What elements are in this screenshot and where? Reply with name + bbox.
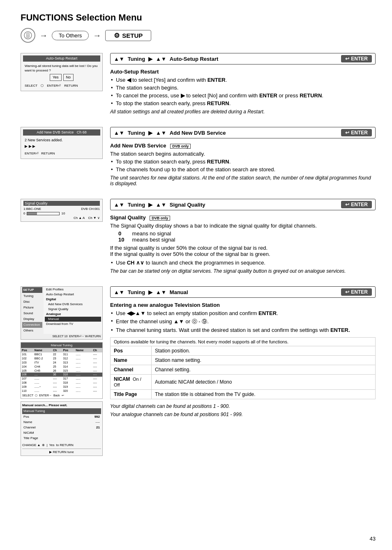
auto-setup-bullets: Use ◀ to select [Yes] and confirm with E… xyxy=(110,77,376,106)
remote-icon xyxy=(21,28,35,43)
signal-quality-tuning-bar: ▲▼ Tuning ▶ ▲▼ Signal Quality ↩ ENTER xyxy=(110,199,376,210)
setup-menu-screen: SETUP Tuning Disc Picture Sound Display … xyxy=(21,286,103,340)
table-row: 104CH425314......---- xyxy=(21,365,102,369)
signal-quality-heading: Signal Quality DVB only xyxy=(110,214,376,221)
add-dvb-line1: The station search begins automatically. xyxy=(110,151,376,157)
table-row: Title Page The station title is obtained… xyxy=(111,390,376,399)
auto-setup-tuning-bar: ▲▼ Tuning ▶ ▲▼ Auto-Setup Restart ↩ ENTE… xyxy=(110,53,376,64)
table-row: NICAM On / Off Automatic NICAM detection… xyxy=(111,375,376,390)
manual-section: SETUP Tuning Disc Picture Sound Display … xyxy=(21,286,376,456)
page-title: FUNCTIONS Selection Menu xyxy=(21,12,376,23)
nav-arrow-2: → xyxy=(93,31,101,40)
table-row-highlighted: 106....36316......---- xyxy=(21,373,102,377)
add-dvb-content: ▲▼ Tuning ▶ ▲▼ Add New DVB Service ↩ ENT… xyxy=(110,127,376,186)
no-button[interactable]: No xyxy=(63,74,74,81)
signal-screen-title: Signal Quality xyxy=(23,201,100,206)
table-row: 101BBC122311......---- xyxy=(21,352,102,357)
bullet-item: To stop the station search early, press … xyxy=(110,159,376,165)
bullet-item: To cancel the process, use ▶ to select [… xyxy=(110,92,376,99)
auto-setup-restart-section: Auto-Setup Restart Warning-all stored tu… xyxy=(21,53,376,115)
nav-to-others[interactable]: To Others xyxy=(52,31,89,40)
signal-description: The Signal Quality display shows a bar t… xyxy=(110,223,376,229)
bullet-item: Enter the channel using ▲▼ or ⓪ - ⑨. xyxy=(110,318,376,325)
table-row: Title Page xyxy=(22,435,101,441)
table-row: 105CH526315......---- xyxy=(21,369,102,373)
auto-setup-screen-body: Warning-all stored tuning data will be l… xyxy=(23,63,100,89)
enter-button-4[interactable]: ↩ ENTER xyxy=(341,288,372,296)
dvb-badge-2: DVB only xyxy=(150,216,170,221)
add-dvb-tuning-bar: ▲▼ Tuning ▶ ▲▼ Add New DVB Service ↩ ENT… xyxy=(110,127,376,138)
add-dvb-screen: Add New DVB Service Ch 68 2 New Services… xyxy=(21,127,103,159)
manual-content: ▲▼ Tuning ▶ ▲▼ Manual ↩ ENTER Entering a… xyxy=(110,286,376,417)
bullet-item: The station search begins. xyxy=(110,85,376,91)
table-row: 107......----317......---- xyxy=(21,377,102,381)
manual-footer: Your digital channels can be found at po… xyxy=(110,403,376,417)
manual-heading: Entering a new analogue Television Stati… xyxy=(110,302,376,308)
add-dvb-section: Add New DVB Service Ch 68 2 New Services… xyxy=(21,127,376,186)
svg-rect-5 xyxy=(28,37,29,37)
svg-rect-4 xyxy=(28,36,29,36)
table-row: NICAM xyxy=(22,430,101,435)
bullet-item: The channel tuning starts. Wait until th… xyxy=(110,327,376,333)
add-dvb-heading: Add New DVB Service DVB only xyxy=(110,143,376,149)
add-dvb-screen-title: Add New DVB Service Ch 68 xyxy=(23,129,100,136)
bullet-item: The channels found up to the abort of th… xyxy=(110,166,376,173)
table-row: Channel Channel setting. xyxy=(111,365,376,375)
signal-notes: If the signal quality is under 50% the c… xyxy=(110,245,376,257)
manual-tuning-bar: ▲▼ Tuning ▶ ▲▼ Manual ↩ ENTER xyxy=(110,286,376,298)
table-row: 110......----320......---- xyxy=(21,389,102,393)
add-dvb-bullets: To stop the station search early, press … xyxy=(110,159,376,173)
svg-point-2 xyxy=(28,34,28,35)
yes-button[interactable]: Yes xyxy=(50,74,62,81)
signal-bar: 0 10 xyxy=(23,212,100,215)
add-dvb-note: The unit searches for new digital statio… xyxy=(110,175,376,186)
table-row: 102BBC-223312......---- xyxy=(21,357,102,361)
signal-italic: The bar can be started only on digital s… xyxy=(110,268,376,274)
setup-icon: ⚙ xyxy=(114,32,120,39)
auto-setup-screen-title: Auto-Setup Restart xyxy=(23,55,100,62)
signal-quality-content: ▲▼ Tuning ▶ ▲▼ Signal Quality ↩ ENTER Si… xyxy=(110,199,376,274)
table-row: Pos Station position. xyxy=(111,346,376,356)
signal-scale-items: 0 means no signal 10 means best signal xyxy=(110,230,376,243)
bullet-item: Use ◀ to select [Yes] and confirm with E… xyxy=(110,77,376,83)
add-dvb-screen-body: 2 New Services added. ▶ ▶ ▶ ENTER⏎ RETUR… xyxy=(23,137,100,156)
bullet-item: To stop the station search early, press … xyxy=(110,100,376,106)
page-number: 43 xyxy=(370,536,376,542)
manual-options-table: Options available for tuning the channel… xyxy=(110,337,376,399)
auto-setup-note: All station settings and all created pro… xyxy=(110,109,376,115)
manual-tuning-screen: Manual Tuning PosNameCh PosNameCh 101BBC… xyxy=(21,342,103,399)
manual-bullets: Use ◀▶▲▼ to select an empty station posi… xyxy=(110,310,376,333)
svg-rect-3 xyxy=(28,35,29,35)
dvb-badge-1: DVB only xyxy=(170,144,191,149)
enter-button-3[interactable]: ↩ ENTER xyxy=(341,201,372,208)
bullet-item: Use ◀▶▲▼ to select an empty station posi… xyxy=(110,310,376,316)
auto-setup-restart-content: ▲▼ Tuning ▶ ▲▼ Auto-Setup Restart ↩ ENTE… xyxy=(110,53,376,115)
table-row: Channel 21 xyxy=(22,425,101,430)
enter-button-2[interactable]: ↩ ENTER xyxy=(341,129,372,136)
manual-search-screen: Manual search... Please wait. Manual Tun… xyxy=(21,401,103,456)
table-row: 109......~----319......---- xyxy=(21,385,102,389)
table-row: 103ITV24313......---- xyxy=(21,361,102,365)
signal-quality-screen: Signal Quality 1:BBC-ONE DVB CH:001 0 10… xyxy=(21,199,103,222)
signal-quality-section: Signal Quality 1:BBC-ONE DVB CH:001 0 10… xyxy=(21,199,376,274)
nav-setup: ⚙ SETUP xyxy=(105,30,151,41)
nav-row: → To Others → ⚙ SETUP xyxy=(21,28,376,43)
signal-bullet: Use CH ∧∨ to launch and check the progra… xyxy=(110,260,376,266)
table-row: 108......----318......---- xyxy=(21,381,102,385)
auto-setup-screen: Auto-Setup Restart Warning-all stored tu… xyxy=(21,53,103,91)
enter-button-1[interactable]: ↩ ENTER xyxy=(341,55,372,62)
nav-arrow-1: → xyxy=(39,31,48,40)
auto-setup-heading: Auto-Setup Restart xyxy=(110,69,376,75)
table-row: Name ---- xyxy=(22,419,101,425)
ch-buttons: Ch ▲ A Ch ▼ ∨ xyxy=(23,216,100,220)
table-row: Name Station name setting. xyxy=(111,356,376,365)
table-row: Pos 992 xyxy=(22,414,101,419)
manual-left-panels: SETUP Tuning Disc Picture Sound Display … xyxy=(21,286,103,456)
